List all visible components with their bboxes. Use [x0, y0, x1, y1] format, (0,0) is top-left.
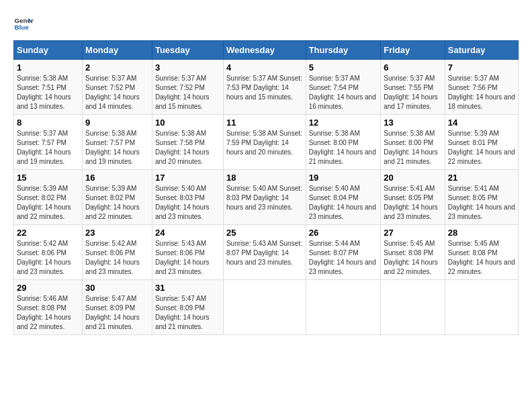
- weekday-header-saturday: Saturday: [445, 41, 518, 60]
- weekday-header-friday: Friday: [381, 41, 445, 60]
- day-number: 19: [309, 173, 378, 183]
- day-number: 13: [384, 118, 442, 128]
- day-info: Sunrise: 5:39 AM Sunset: 8:02 PM Dayligh…: [85, 184, 149, 222]
- day-info: Sunrise: 5:37 AM Sunset: 7:55 PM Dayligh…: [384, 74, 442, 111]
- calendar-cell: 11Sunrise: 5:38 AM Sunset: 7:59 PM Dayli…: [223, 115, 306, 170]
- day-number: 3: [155, 62, 220, 73]
- day-number: 22: [17, 228, 79, 238]
- week-row-4: 22Sunrise: 5:42 AM Sunset: 8:06 PM Dayli…: [14, 225, 519, 280]
- calendar-cell: 14Sunrise: 5:39 AM Sunset: 8:01 PM Dayli…: [445, 115, 518, 170]
- day-number: 9: [85, 118, 149, 128]
- weekday-header-wednesday: Wednesday: [223, 41, 306, 60]
- day-info: Sunrise: 5:47 AM Sunset: 8:09 PM Dayligh…: [85, 294, 149, 332]
- calendar-cell: 6Sunrise: 5:37 AM Sunset: 7:55 PM Daylig…: [381, 60, 445, 115]
- day-number: 30: [85, 283, 149, 293]
- day-number: 4: [226, 62, 303, 73]
- day-number: 31: [155, 283, 220, 293]
- day-info: Sunrise: 5:37 AM Sunset: 7:57 PM Dayligh…: [17, 129, 79, 167]
- calendar-cell: 1Sunrise: 5:38 AM Sunset: 7:51 PM Daylig…: [14, 60, 83, 115]
- calendar-cell: 9Sunrise: 5:38 AM Sunset: 7:57 PM Daylig…: [83, 115, 152, 170]
- calendar-cell: 3Sunrise: 5:37 AM Sunset: 7:52 PM Daylig…: [152, 60, 223, 115]
- calendar-cell: 15Sunrise: 5:39 AM Sunset: 8:02 PM Dayli…: [14, 170, 83, 225]
- day-info: Sunrise: 5:45 AM Sunset: 8:08 PM Dayligh…: [384, 239, 442, 277]
- day-number: 1: [17, 62, 79, 73]
- day-number: 2: [85, 62, 149, 73]
- calendar-cell: 20Sunrise: 5:41 AM Sunset: 8:05 PM Dayli…: [381, 170, 445, 225]
- calendar-cell: [223, 280, 306, 335]
- calendar-cell: 27Sunrise: 5:45 AM Sunset: 8:08 PM Dayli…: [381, 225, 445, 280]
- day-number: 12: [309, 118, 378, 128]
- week-row-1: 1Sunrise: 5:38 AM Sunset: 7:51 PM Daylig…: [14, 60, 519, 115]
- day-number: 18: [226, 173, 303, 183]
- calendar-cell: 10Sunrise: 5:38 AM Sunset: 7:58 PM Dayli…: [152, 115, 223, 170]
- day-info: Sunrise: 5:37 AM Sunset: 7:56 PM Dayligh…: [448, 74, 515, 111]
- day-info: Sunrise: 5:37 AM Sunset: 7:53 PM Dayligh…: [226, 74, 303, 102]
- day-info: Sunrise: 5:47 AM Sunset: 8:09 PM Dayligh…: [155, 294, 220, 332]
- day-number: 16: [85, 173, 149, 183]
- calendar-cell: 16Sunrise: 5:39 AM Sunset: 8:02 PM Dayli…: [83, 170, 152, 225]
- calendar-cell: 29Sunrise: 5:46 AM Sunset: 8:08 PM Dayli…: [14, 280, 83, 335]
- day-number: 14: [448, 118, 515, 128]
- calendar-cell: 25Sunrise: 5:43 AM Sunset: 8:07 PM Dayli…: [223, 225, 306, 280]
- day-info: Sunrise: 5:39 AM Sunset: 8:01 PM Dayligh…: [448, 129, 515, 167]
- day-number: 21: [448, 173, 515, 183]
- weekday-header-thursday: Thursday: [306, 41, 381, 60]
- day-number: 7: [448, 62, 515, 73]
- calendar-cell: 21Sunrise: 5:41 AM Sunset: 8:05 PM Dayli…: [445, 170, 518, 225]
- day-number: 26: [309, 228, 378, 238]
- weekday-header-sunday: Sunday: [14, 41, 83, 60]
- week-row-3: 15Sunrise: 5:39 AM Sunset: 8:02 PM Dayli…: [14, 170, 519, 225]
- day-info: Sunrise: 5:46 AM Sunset: 8:08 PM Dayligh…: [17, 294, 79, 332]
- calendar-cell: 22Sunrise: 5:42 AM Sunset: 8:06 PM Dayli…: [14, 225, 83, 280]
- day-info: Sunrise: 5:38 AM Sunset: 7:59 PM Dayligh…: [226, 129, 303, 157]
- calendar-cell: 5Sunrise: 5:37 AM Sunset: 7:54 PM Daylig…: [306, 60, 381, 115]
- calendar-cell: 24Sunrise: 5:43 AM Sunset: 8:06 PM Dayli…: [152, 225, 223, 280]
- day-info: Sunrise: 5:41 AM Sunset: 8:05 PM Dayligh…: [448, 184, 515, 222]
- calendar-cell: 18Sunrise: 5:40 AM Sunset: 8:03 PM Dayli…: [223, 170, 306, 225]
- svg-text:General: General: [15, 17, 34, 24]
- day-info: Sunrise: 5:38 AM Sunset: 7:51 PM Dayligh…: [17, 74, 79, 111]
- day-number: 20: [384, 173, 442, 183]
- calendar-cell: 2Sunrise: 5:37 AM Sunset: 7:52 PM Daylig…: [83, 60, 152, 115]
- calendar-cell: 26Sunrise: 5:44 AM Sunset: 8:07 PM Dayli…: [306, 225, 381, 280]
- day-info: Sunrise: 5:38 AM Sunset: 7:57 PM Dayligh…: [85, 129, 149, 167]
- day-number: 24: [155, 228, 220, 238]
- day-info: Sunrise: 5:38 AM Sunset: 7:58 PM Dayligh…: [155, 129, 220, 167]
- weekday-header-row: SundayMondayTuesdayWednesdayThursdayFrid…: [14, 41, 519, 60]
- calendar-table: SundayMondayTuesdayWednesdayThursdayFrid…: [13, 40, 519, 335]
- day-info: Sunrise: 5:40 AM Sunset: 8:03 PM Dayligh…: [226, 184, 303, 212]
- day-info: Sunrise: 5:38 AM Sunset: 8:00 PM Dayligh…: [309, 129, 378, 167]
- calendar-cell: 28Sunrise: 5:45 AM Sunset: 8:08 PM Dayli…: [445, 225, 518, 280]
- calendar-cell: [381, 280, 445, 335]
- day-info: Sunrise: 5:37 AM Sunset: 7:52 PM Dayligh…: [155, 74, 220, 111]
- calendar-cell: [445, 280, 518, 335]
- day-info: Sunrise: 5:37 AM Sunset: 7:54 PM Dayligh…: [309, 74, 378, 111]
- logo-icon: General Blue: [13, 13, 34, 34]
- day-number: 28: [448, 228, 515, 238]
- week-row-2: 8Sunrise: 5:37 AM Sunset: 7:57 PM Daylig…: [14, 115, 519, 170]
- day-info: Sunrise: 5:42 AM Sunset: 8:06 PM Dayligh…: [17, 239, 79, 277]
- calendar-cell: 31Sunrise: 5:47 AM Sunset: 8:09 PM Dayli…: [152, 280, 223, 335]
- calendar-cell: [306, 280, 381, 335]
- calendar-cell: 13Sunrise: 5:38 AM Sunset: 8:00 PM Dayli…: [381, 115, 445, 170]
- calendar-cell: 4Sunrise: 5:37 AM Sunset: 7:53 PM Daylig…: [223, 60, 306, 115]
- day-number: 25: [226, 228, 303, 238]
- day-info: Sunrise: 5:40 AM Sunset: 8:04 PM Dayligh…: [309, 184, 378, 222]
- day-info: Sunrise: 5:41 AM Sunset: 8:05 PM Dayligh…: [384, 184, 442, 222]
- day-info: Sunrise: 5:38 AM Sunset: 8:00 PM Dayligh…: [384, 129, 442, 167]
- day-number: 8: [17, 118, 79, 128]
- weekday-header-monday: Monday: [83, 41, 152, 60]
- calendar-cell: 30Sunrise: 5:47 AM Sunset: 8:09 PM Dayli…: [83, 280, 152, 335]
- day-info: Sunrise: 5:43 AM Sunset: 8:06 PM Dayligh…: [155, 239, 220, 277]
- day-info: Sunrise: 5:42 AM Sunset: 8:06 PM Dayligh…: [85, 239, 149, 277]
- day-number: 15: [17, 173, 79, 183]
- page-header: General Blue: [13, 13, 519, 34]
- day-number: 23: [85, 228, 149, 238]
- calendar-cell: 8Sunrise: 5:37 AM Sunset: 7:57 PM Daylig…: [14, 115, 83, 170]
- day-number: 10: [155, 118, 220, 128]
- day-info: Sunrise: 5:45 AM Sunset: 8:08 PM Dayligh…: [448, 239, 515, 277]
- svg-text:Blue: Blue: [15, 24, 30, 31]
- week-row-5: 29Sunrise: 5:46 AM Sunset: 8:08 PM Dayli…: [14, 280, 519, 335]
- day-number: 6: [384, 62, 442, 73]
- calendar-cell: 7Sunrise: 5:37 AM Sunset: 7:56 PM Daylig…: [445, 60, 518, 115]
